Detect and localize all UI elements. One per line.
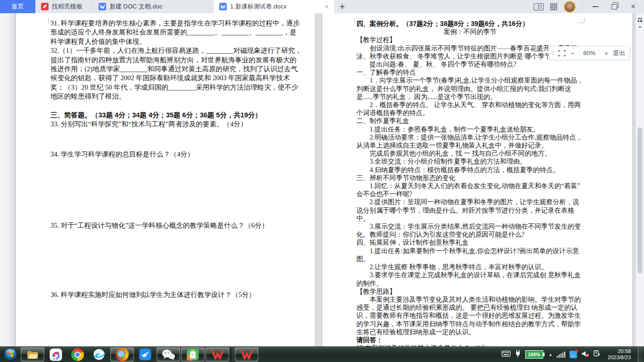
doc-paragraph: 【教学思路】 bbox=[356, 288, 584, 296]
tab-docer-templates[interactable]: 找稻壳模板 bbox=[35, 0, 93, 13]
tray-clock[interactable]: 20:58 2023/8/23 bbox=[605, 348, 634, 361]
doc-paragraph: 3.要求学生在课堂上完成秋季礼盒的设计草稿，在课后完成创 意秋季礼盒的制作。 bbox=[356, 271, 584, 287]
vertical-scrollbar[interactable]: ▲ bbox=[636, 13, 644, 347]
doc-paragraph: 2.明确活动要求：提供一张物品清单,让学生小组分工合作,观察物品特点，从清单上选… bbox=[356, 133, 584, 149]
scrollbar-thumb[interactable] bbox=[637, 127, 642, 273]
taskbar-group-divider bbox=[231, 348, 233, 361]
tab-close-icon[interactable]: × bbox=[324, 3, 330, 10]
user-avatar[interactable] bbox=[564, 1, 576, 13]
doc-paragraph: 本案例主要涉及季节变化及其对人类生活和动植物的影响。学生对季节的感受，是通过长期… bbox=[356, 296, 584, 336]
doc-paragraph: 四、拓展延伸，设计制作创意秋季礼盒 bbox=[356, 239, 584, 247]
internet-explorer-icon: e bbox=[92, 348, 106, 361]
wps-doc-icon bbox=[219, 3, 227, 10]
template-app-icon bbox=[187, 348, 199, 361]
docer-icon bbox=[41, 3, 49, 10]
doc-paragraph: 请回答： bbox=[356, 336, 584, 344]
doc-paragraph: 4.归纳夏季的特点：模仿概括春季特点的方法，概括夏季的特点。 bbox=[356, 166, 584, 174]
doc-paragraph: 【教学过程】 bbox=[356, 36, 584, 44]
taskbar-dingtalk-button[interactable] bbox=[135, 348, 156, 361]
document-text-left: 31. 科学课程要培养的学生核心素养，主要是指学生在学习科学课程的过程中，逐步形… bbox=[50, 19, 302, 300]
doc-paragraph: 1.提出任务：参照春季礼盒，制作一个夏季礼盒送给朋友。 bbox=[356, 125, 584, 133]
chrome-icon bbox=[71, 348, 84, 361]
taskbar-wps-button[interactable] bbox=[206, 347, 229, 362]
doc-paragraph: 3.全班交流：分小组介绍制作夏季礼盒的方法和理由。 bbox=[356, 157, 584, 165]
taskbar-netdisk-button[interactable] bbox=[45, 348, 66, 361]
zoom-divider bbox=[599, 50, 600, 57]
file-explorer-icon bbox=[26, 349, 39, 360]
battery-percent: 100% bbox=[525, 350, 543, 359]
blank-answer-space bbox=[50, 159, 302, 221]
scroll-up-arrow-icon[interactable]: ▲ bbox=[637, 25, 643, 29]
doc-paragraph: 34. 学生学习科学课程的总目标是什么？（4分） bbox=[50, 150, 302, 159]
doc-paragraph: 1．向学生展示一个季节(春季)礼盒,让学生分小组观察里面的每一件物品，判断这是什… bbox=[356, 76, 584, 101]
wps-icon bbox=[240, 348, 253, 361]
zoom-out-button[interactable]: − bbox=[570, 49, 575, 57]
blank-answer-space bbox=[50, 129, 302, 150]
netdisk-icon bbox=[50, 348, 62, 361]
dingtalk-icon bbox=[139, 348, 151, 361]
blank-answer-space bbox=[50, 101, 302, 111]
wps-icon bbox=[211, 348, 224, 361]
zoom-toolbar: − 80% + 退出 bbox=[549, 46, 630, 60]
doc-paragraph: 3.展示交流：学生展示分类结果,然后交流同一种动物在不同季节发生的变化。教师提问… bbox=[356, 222, 584, 239]
wps-doc-icon bbox=[99, 3, 106, 10]
doc-paragraph: 2.提供图片：呈现同一种动物在夏季和冬季的图片，让学生观察分析，说说分别属于哪个… bbox=[356, 198, 584, 222]
wechat-icon bbox=[161, 348, 175, 361]
doc-paragraph: 案例：不同的季节 bbox=[356, 28, 584, 36]
window-count-icon[interactable]: 2 bbox=[534, 3, 544, 10]
taskbar-internet-explorer-button[interactable]: e bbox=[89, 348, 109, 361]
power-plug-icon[interactable] bbox=[515, 350, 521, 360]
taskbar-wps-button-2[interactable] bbox=[235, 347, 258, 362]
home-button[interactable]: 首页 bbox=[0, 0, 35, 13]
doc-paragraph: 36. 科学课程实施时应如何做到以学生为主体进行教学设计？（5分） bbox=[50, 290, 302, 299]
keyboard-icon[interactable] bbox=[502, 350, 511, 359]
network-plug-icon[interactable] bbox=[594, 350, 601, 359]
document-page-right[interactable]: 四、案例分析。（37题2分；38题8分；39题6分，共16分）案例：不同的季节【… bbox=[322, 13, 632, 347]
document-text-right: 四、案例分析。（37题2分；38题8分；39题6分，共16分）案例：不同的季节【… bbox=[356, 20, 584, 347]
tab-test-paper-active[interactable]: 1.新课标测试卷.docx × bbox=[214, 0, 334, 13]
notification-app-icon[interactable] bbox=[570, 351, 577, 358]
hidden-icons-arrow[interactable]: ▲ bbox=[549, 353, 553, 357]
doc-paragraph: 提出问题:春、 夏、秋、 冬四个季节还有哪些特点? bbox=[356, 60, 584, 68]
zoom-level-value[interactable]: 80% bbox=[583, 49, 595, 57]
doc-paragraph: 三、简答题。（33题 4分；34题 4分；35题 6分；36题 5分，共19分） bbox=[50, 111, 302, 120]
tab-bar: 首页 找稻壳模板 新建 DOC 文档.doc 1.新课标测试卷.docx × +… bbox=[0, 0, 644, 13]
doc-paragraph: 1.回忆：从夏天到冬天人们的衣着会发生变化,动物在夏天和冬天的“着装”会不会也不… bbox=[356, 182, 584, 198]
doc-paragraph: 一、了解春季的特点 bbox=[356, 68, 584, 76]
tab-new-doc[interactable]: 新建 DOC 文档.doc bbox=[93, 0, 214, 13]
minimize-icon bbox=[593, 6, 598, 7]
battery-nub bbox=[543, 353, 545, 356]
taskbar-file-explorer-button[interactable] bbox=[21, 347, 44, 362]
wps-office-window: 首页 找稻壳模板 新建 DOC 文档.doc 1.新课标测试卷.docx × +… bbox=[0, 0, 644, 362]
restore-button[interactable] bbox=[608, 2, 620, 11]
drag-grip-icon[interactable] bbox=[551, 51, 554, 55]
battery-indicator[interactable]: 100% bbox=[525, 350, 545, 359]
close-button[interactable]: × bbox=[627, 2, 639, 11]
taskbar-wechat-button[interactable] bbox=[157, 347, 180, 362]
tab-label: 1.新课标测试卷.docx bbox=[230, 2, 321, 11]
fit-screen-icon[interactable] bbox=[558, 50, 566, 57]
start-button[interactable] bbox=[2, 347, 19, 362]
app-grid-icon[interactable] bbox=[550, 3, 557, 10]
show-desktop-button[interactable] bbox=[638, 347, 643, 362]
exit-fullscreen-button[interactable]: 退出 bbox=[613, 49, 625, 58]
tray-date: 2023/8/23 bbox=[608, 354, 631, 361]
taskbar-chrome-button[interactable] bbox=[67, 348, 88, 361]
taskbar-firefox-button[interactable] bbox=[110, 347, 134, 362]
taskbar: e bbox=[0, 346, 644, 362]
document-canvas: 31. 科学课程要培养的学生核心素养，主要是指学生在学习科学课程的过程中，逐步形… bbox=[0, 13, 644, 347]
speaker-muted-icon[interactable] bbox=[581, 350, 589, 359]
new-tab-button[interactable]: + bbox=[334, 0, 350, 13]
page-fit-icon[interactable] bbox=[637, 16, 643, 24]
tray-time: 20:58 bbox=[608, 348, 631, 354]
zoom-in-button[interactable]: + bbox=[603, 49, 609, 57]
minimize-button[interactable] bbox=[589, 2, 602, 11]
restore-icon bbox=[611, 4, 617, 9]
doc-paragraph: 33. 分别写出“科学探究”和“技术与工程”两者涉及的要素。（4分） bbox=[50, 120, 302, 129]
doc-paragraph: 四、案例分析。（37题2分；38题8分；39题6分，共16分） bbox=[356, 20, 584, 28]
network-signal-icon[interactable] bbox=[557, 352, 566, 358]
doc-paragraph: 2．概括春季的特点。 让学生从天气、 穿衣和动植物的变化等方面，用两个词语概括春… bbox=[356, 101, 584, 117]
document-page-left[interactable]: 31. 科学课程要培养的学生核心素养，主要是指学生在学习科学课程的过程中，逐步形… bbox=[16, 13, 315, 347]
doc-paragraph: 32.（1）一千多年前，人们在海上航行很容易迷路，________对磁现象进行了… bbox=[50, 46, 302, 101]
taskbar-template-app-button[interactable] bbox=[181, 347, 205, 362]
